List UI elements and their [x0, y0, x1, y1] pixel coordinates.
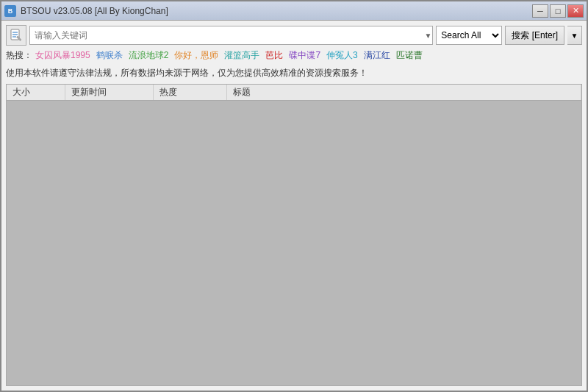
- window-title: BTSOU v23.05.08 [All By KiongChan]: [21, 6, 168, 16]
- search-button-arrow[interactable]: ▼: [567, 26, 582, 45]
- table-header: 大小 更新时间 热度 标题: [7, 85, 581, 101]
- hot-tag-7[interactable]: 伸冤人3: [326, 49, 358, 63]
- results-table: 大小 更新时间 热度 标题: [6, 84, 582, 386]
- col-hot: 热度: [154, 85, 227, 100]
- search-type-select[interactable]: Search All 标题 分类: [436, 26, 502, 45]
- hot-tag-2[interactable]: 流浪地球2: [129, 49, 169, 63]
- hot-tag-3[interactable]: 你好，恩师: [174, 49, 218, 63]
- hot-tag-6[interactable]: 碟中谍7: [289, 49, 320, 63]
- document-icon: [6, 25, 26, 46]
- maximize-button[interactable]: □: [550, 4, 566, 18]
- hot-tag-0[interactable]: 女囚风暴1995: [35, 49, 90, 63]
- search-row: ▼ Search All 标题 分类 搜索 [Enter] ▼: [6, 25, 582, 46]
- hot-tag-5[interactable]: 芭比: [265, 49, 283, 63]
- table-body: [7, 101, 581, 385]
- col-time: 更新时间: [65, 85, 154, 100]
- notice-text: 使用本软件请遵守法律法规，所有数据均来源于网络，仅为您提供高效精准的资源搜索服务…: [6, 68, 368, 78]
- col-size: 大小: [7, 85, 65, 100]
- search-dropdown-arrow[interactable]: ▼: [424, 32, 431, 40]
- close-button[interactable]: ✕: [567, 4, 584, 18]
- title-bar-left: B BTSOU v23.05.08 [All By KiongChan]: [4, 5, 168, 17]
- main-window: B BTSOU v23.05.08 [All By KiongChan] ─ □…: [0, 0, 588, 392]
- notice-row: 使用本软件请遵守法律法规，所有数据均来源于网络，仅为您提供高效精准的资源搜索服务…: [6, 65, 582, 81]
- main-content: ▼ Search All 标题 分类 搜索 [Enter] ▼ 热搜： 女囚风暴…: [1, 21, 587, 391]
- hot-search-row: 热搜： 女囚风暴1995 鹤唳杀 流浪地球2 你好，恩师 灌篮高手 芭比 碟中谍…: [6, 49, 582, 63]
- title-bar: B BTSOU v23.05.08 [All By KiongChan] ─ □…: [1, 1, 587, 21]
- app-icon: B: [4, 5, 16, 17]
- hot-search-label: 热搜：: [6, 49, 32, 63]
- hot-tag-1[interactable]: 鹤唳杀: [96, 49, 123, 63]
- minimize-button[interactable]: ─: [532, 4, 548, 18]
- search-input[interactable]: [29, 26, 433, 45]
- window-controls: ─ □ ✕: [532, 4, 584, 18]
- hot-tag-9[interactable]: 匹诺曹: [396, 49, 423, 63]
- hot-tag-4[interactable]: 灌篮高手: [224, 49, 259, 63]
- hot-tag-8[interactable]: 满江红: [364, 49, 390, 63]
- search-input-wrapper: ▼: [29, 26, 433, 45]
- search-button[interactable]: 搜索 [Enter]: [505, 26, 564, 45]
- col-title: 标题: [227, 85, 581, 100]
